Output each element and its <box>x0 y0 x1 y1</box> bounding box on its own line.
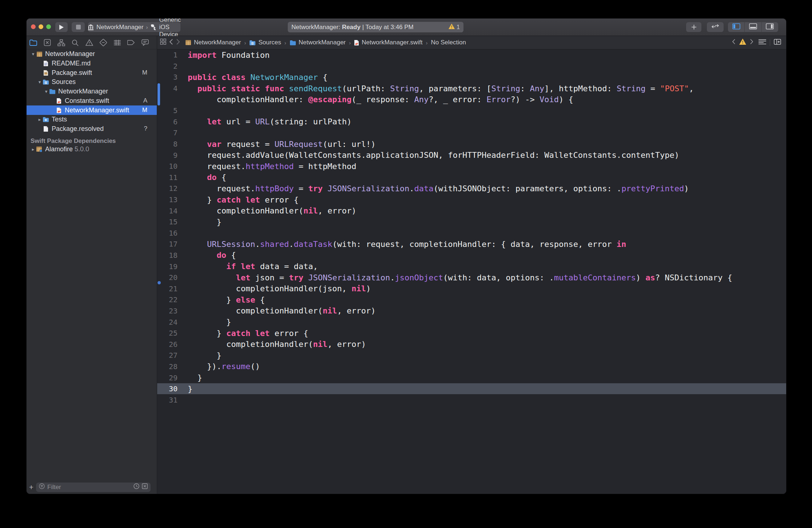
code-line[interactable]: 17 URLSession.shared.dataTask(with: requ… <box>157 239 786 250</box>
line-number: 8 <box>157 140 178 148</box>
filter-field[interactable]: Filter <box>36 483 151 492</box>
breadcrumb-item-networkmanager[interactable]: NetworkManager <box>185 39 241 46</box>
code-line[interactable]: 10 request.httpMethod = httpMethod <box>157 161 786 172</box>
warning-icon[interactable] <box>739 39 746 47</box>
code-line[interactable]: 18 do { <box>157 250 786 261</box>
disclosure-open-icon[interactable]: ▾ <box>37 79 42 85</box>
code-line[interactable]: 14 completionHandler(nil, error) <box>157 205 786 216</box>
code-line[interactable]: 25 } catch let error { <box>157 328 786 339</box>
code-line[interactable]: 11 do { <box>157 172 786 183</box>
code-line[interactable]: 29 } <box>157 372 786 383</box>
code-text: if let data = data, <box>188 262 318 271</box>
navigator-tab-symbols-icon[interactable] <box>57 39 65 47</box>
disclosure-closed-icon[interactable]: ▸ <box>37 117 42 122</box>
status-warning[interactable]: 1 <box>449 24 460 31</box>
code-line-current[interactable]: 30} <box>157 383 786 395</box>
code-line[interactable]: 22 } else { <box>157 294 786 305</box>
minimize-button[interactable] <box>39 24 43 29</box>
prev-issue-button[interactable] <box>732 39 736 46</box>
line-number: 28 <box>157 362 178 371</box>
close-button[interactable] <box>31 24 36 29</box>
code-line[interactable]: 27 } <box>157 350 786 361</box>
code-line[interactable]: 7 <box>157 127 786 139</box>
code-line[interactable]: 3public class NetworkManager { <box>157 72 786 83</box>
breadcrumb-separator: › <box>349 40 351 46</box>
code-line[interactable]: 9 request.addValue(WalletConstants.appli… <box>157 149 786 161</box>
code-line[interactable]: 16 <box>157 228 786 239</box>
back-button[interactable] <box>169 39 173 47</box>
desktop: NetworkManager › Generic iOS Device Netw… <box>0 0 812 528</box>
debug-area-toggle[interactable] <box>745 22 761 32</box>
panel-bottom-icon <box>749 23 757 31</box>
box-x-icon[interactable] <box>142 483 148 491</box>
navigator-tab-project-navigator-icon[interactable] <box>29 39 37 47</box>
code-line[interactable]: 12 request.httpBody = try JSONSerializat… <box>157 183 786 194</box>
code-line[interactable]: 20 let json = try JSONSerialization.json… <box>157 272 786 283</box>
code-line[interactable]: 31 <box>157 394 786 405</box>
navigator-tab-reports-icon[interactable] <box>141 39 149 47</box>
navigator-panel-toggle[interactable] <box>728 22 745 32</box>
lines-icon[interactable] <box>759 39 766 46</box>
navigator-file-row-package-swift[interactable]: Package.swiftM <box>27 68 157 77</box>
navigator-file-row-package-resolved[interactable]: Package.resolved? <box>27 124 157 134</box>
add-editor-button[interactable] <box>774 39 781 47</box>
code-line[interactable]: 6 let url = URL(string: urlPath) <box>157 116 786 128</box>
disclosure-open-icon[interactable]: ▾ <box>31 51 36 57</box>
activity-status[interactable]: NetworkManager: Ready | Today at 3:46 PM… <box>288 22 463 32</box>
breadcrumb-item-networkmanager[interactable]: NetworkManager <box>290 39 346 46</box>
code-line[interactable]: 21 completionHandler(json, nil) <box>157 283 786 294</box>
code-line[interactable]: 28 }).resume() <box>157 361 786 372</box>
code-line[interactable]: 15 } <box>157 216 786 228</box>
navigator-file-row-tests[interactable]: ▸Tests <box>27 115 157 124</box>
navigator-tab-issues-icon[interactable] <box>85 39 93 47</box>
code-text: public class NetworkManager { <box>188 73 327 82</box>
code-line[interactable]: 2 <box>157 61 786 72</box>
line-number: 31 <box>157 396 178 404</box>
library-button[interactable] <box>686 22 701 32</box>
navigator-tab-find-icon[interactable] <box>71 39 79 47</box>
code-line[interactable]: completionHandler: @escaping(_ response:… <box>157 94 786 105</box>
navigator-tab-debug-icon[interactable] <box>113 39 121 47</box>
navigator-tab-breakpoints-icon[interactable] <box>127 39 135 47</box>
zoom-button[interactable] <box>46 24 51 29</box>
navigator-file-row-readme-md[interactable]: README.md <box>27 59 157 68</box>
breadcrumb-item-sources[interactable]: Sources <box>249 39 281 46</box>
panel-left-icon <box>732 23 740 31</box>
disclosure-open-icon[interactable]: ▾ <box>44 89 49 94</box>
file-label: NetworkManager.swift <box>65 107 129 114</box>
add-file-button[interactable]: + <box>27 483 36 492</box>
code-line[interactable]: 19 if let data = data, <box>157 261 786 272</box>
code-line[interactable]: 1import Foundation <box>157 49 786 61</box>
code-line[interactable]: 13 } catch let error { <box>157 194 786 205</box>
clock-icon[interactable] <box>134 483 139 491</box>
jump-bar: NetworkManager›Sources›NetworkManager›Ne… <box>157 36 786 49</box>
next-issue-button[interactable] <box>750 39 753 46</box>
navigator-file-row-networkmanager[interactable]: ▾NetworkManager <box>27 49 157 59</box>
code-line[interactable]: 5 <box>157 105 786 116</box>
breadcrumb-item-networkmanager-swift[interactable]: NetworkManager.swift <box>354 39 422 46</box>
line-number: 5 <box>157 106 178 115</box>
source-code[interactable]: 1import Foundation23public class Network… <box>157 49 786 494</box>
navigator-file-row-sources[interactable]: ▾Sources <box>27 77 157 87</box>
navigator-file-row-constants-swift[interactable]: Constants.swiftA <box>27 96 157 106</box>
navigator-file-row-networkmanager[interactable]: ▾NetworkManager <box>27 87 157 96</box>
dependency-row-alamofire[interactable]: ▸Alamofire 5.0.0 <box>27 145 157 154</box>
scheme-selector[interactable]: NetworkManager › Generic iOS Device <box>88 22 180 32</box>
forward-button[interactable] <box>176 39 180 47</box>
related-items-icon[interactable] <box>160 39 166 47</box>
code-line[interactable]: 23 completionHandler(nil, error) <box>157 305 786 317</box>
stop-button[interactable] <box>72 22 85 32</box>
code-line[interactable]: 26 completionHandler(nil, error) <box>157 339 786 350</box>
inspector-panel-toggle[interactable] <box>762 22 778 32</box>
code-line[interactable]: 24 } <box>157 316 786 328</box>
navigator-tab-tests-icon[interactable] <box>99 39 107 47</box>
run-button[interactable] <box>55 22 68 32</box>
code-line[interactable]: 8 var request = URLRequest(url: url!) <box>157 139 786 150</box>
navigator-file-row-networkmanager-swift[interactable]: NetworkManager.swiftM <box>27 105 157 115</box>
navigator-tab-source-control-icon[interactable] <box>43 39 51 47</box>
doc-text-icon <box>42 60 49 67</box>
disclosure-closed-icon[interactable]: ▸ <box>31 147 36 152</box>
breadcrumb-item-no-selection[interactable]: No Selection <box>431 39 466 46</box>
editor-arrows-button[interactable] <box>707 22 724 32</box>
code-line[interactable]: 4 public static func sendRequest(urlPath… <box>157 83 786 94</box>
